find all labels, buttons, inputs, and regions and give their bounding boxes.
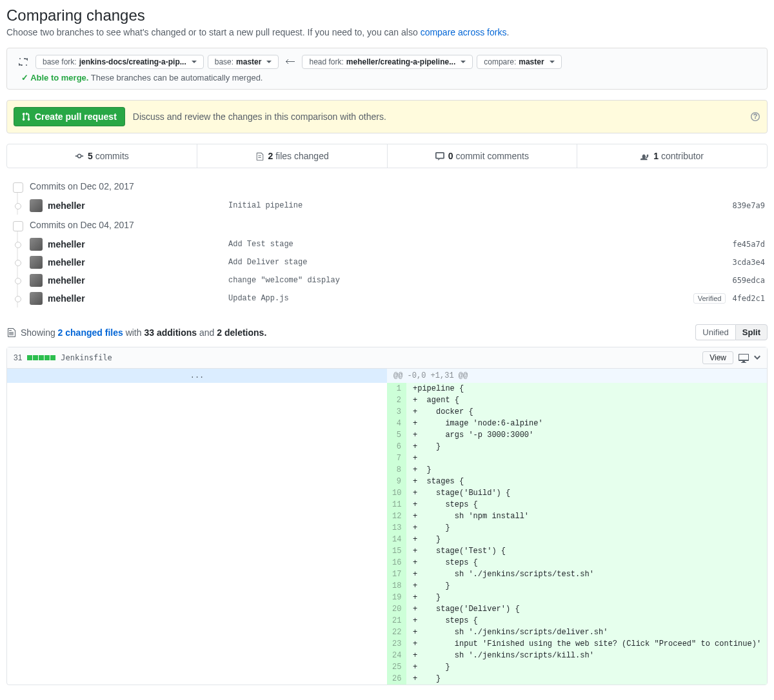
verified-badge: Verified	[693, 293, 726, 304]
commit-message[interactable]: change "welcome" display	[228, 276, 732, 285]
merge-status: Able to merge. These branches can be aut…	[21, 73, 263, 83]
help-icon[interactable]	[750, 111, 760, 121]
flash-description: Discuss and review the changes in this c…	[133, 112, 386, 122]
commit-sha[interactable]: 4fed2c1	[732, 294, 768, 303]
tab-contributors[interactable]: 1 contributor	[577, 144, 767, 168]
avatar[interactable]	[30, 199, 43, 212]
diff-line: 21+ steps {	[7, 615, 767, 627]
range-editor: base fork: jenkins-docs/creating-a-pip..…	[6, 48, 768, 90]
diff-line: 2+ agent {	[7, 394, 767, 406]
diff-line: 13+ }	[7, 522, 767, 534]
diff-view-toggle: Unified Split	[695, 324, 768, 340]
commit-sha[interactable]: 659edca	[732, 276, 768, 285]
diff-line: 26+ }	[7, 673, 767, 685]
tab-comments[interactable]: 0 commit comments	[388, 144, 578, 168]
commit-row[interactable]: mehellerAdd Test stagefe45a7d	[14, 235, 768, 253]
view-file-button[interactable]: View	[702, 351, 733, 364]
diff-line: 16+ steps {	[7, 557, 767, 569]
diff-line: 5+ args '-p 3000:3000'	[7, 429, 767, 441]
commit-author[interactable]: meheller	[48, 275, 228, 286]
base-fork-selector[interactable]: base fork: jenkins-docs/creating-a-pip..…	[35, 55, 204, 69]
head-fork-selector[interactable]: head fork: meheller/creating-a-pipeline.…	[302, 55, 473, 69]
commit-row[interactable]: mehellerInitial pipeline839e7a9	[14, 197, 768, 215]
diff-line: 6+ }	[7, 441, 767, 452]
commit-row[interactable]: mehellerchange "welcome" display659edca	[14, 271, 768, 289]
file-header: 31 Jenkinsfile View	[7, 347, 767, 369]
diff-line: 1+pipeline {	[7, 383, 767, 394]
comparison-tabs: 5 commits 2 files changed 0 commit comme…	[6, 144, 768, 168]
commit-sha[interactable]: 3cda3e4	[732, 258, 768, 267]
commit-message[interactable]: Add Deliver stage	[228, 258, 732, 267]
tab-files[interactable]: 2 files changed	[197, 144, 388, 168]
file-diff-icon	[255, 151, 264, 160]
commit-message[interactable]: Update App.js	[228, 294, 693, 303]
diff-line: 9+ stages {	[7, 476, 767, 487]
compare-forks-link[interactable]: compare across forks	[421, 27, 507, 37]
diff-line: 11+ steps {	[7, 499, 767, 510]
diff-line: 25+ }	[7, 661, 767, 673]
avatar[interactable]	[30, 256, 43, 269]
changed-files-link[interactable]: 2 changed files	[58, 327, 123, 338]
commit-icon	[75, 151, 84, 160]
diff-line: 4+ image 'node:6-alpine'	[7, 418, 767, 429]
diff-line: 7+	[7, 452, 767, 464]
file-diff: 31 Jenkinsfile View ... @@ -0,0 +1,31 @@…	[6, 347, 768, 685]
diff-line: 19+ }	[7, 592, 767, 603]
diff-line: 15+ stage('Test') {	[7, 545, 767, 557]
page-title: Comparing changes	[6, 6, 768, 24]
commit-sha[interactable]: 839e7a9	[732, 201, 768, 210]
avatar[interactable]	[30, 274, 43, 287]
split-view-button[interactable]: Split	[735, 324, 768, 340]
commit-group-title: Commits on Dec 02, 2017	[14, 176, 768, 197]
desktop-icon[interactable]	[739, 353, 749, 363]
create-pr-banner: Create pull request Discuss and review t…	[6, 100, 768, 133]
commit-author[interactable]: meheller	[48, 200, 228, 211]
commit-row[interactable]: mehellerUpdate App.jsVerified4fed2c1	[14, 289, 768, 307]
diff-line: 23+ input 'Finished using the web site? …	[7, 638, 767, 650]
commit-author[interactable]: meheller	[48, 293, 228, 304]
page-subtitle: Choose two branches to see what's change…	[6, 27, 768, 37]
diff-line: 20+ stage('Deliver') {	[7, 603, 767, 615]
avatar[interactable]	[30, 292, 43, 305]
diff-line: 14+ }	[7, 534, 767, 545]
commit-group-title: Commits on Dec 04, 2017	[14, 215, 768, 235]
git-compare-icon	[17, 57, 28, 67]
commit-author[interactable]: meheller	[48, 257, 228, 267]
commit-sha[interactable]: fe45a7d	[732, 240, 768, 249]
diff-line: 24+ sh './jenkins/scripts/kill.sh'	[7, 650, 767, 661]
file-icon	[6, 327, 17, 338]
commit-message[interactable]: Add Test stage	[228, 240, 732, 249]
git-pull-request-icon	[22, 112, 31, 121]
expand-icon[interactable]: ...	[7, 369, 387, 383]
compare-branch-selector[interactable]: compare: master	[477, 55, 561, 69]
unified-view-button[interactable]: Unified	[695, 324, 735, 340]
diff-line: 18+ }	[7, 580, 767, 592]
diff-summary-row: Showing 2 changed files with 33 addition…	[6, 318, 768, 347]
avatar[interactable]	[30, 238, 43, 251]
commit-message[interactable]: Initial pipeline	[228, 201, 732, 210]
diff-line: 12+ sh 'npm install'	[7, 510, 767, 522]
diff-line: 10+ stage('Build') {	[7, 487, 767, 499]
chevron-down-icon[interactable]	[754, 353, 760, 363]
file-name[interactable]: Jenkinsfile	[61, 353, 112, 362]
diff-line: 3+ docker {	[7, 406, 767, 418]
diff-line: 8+ }	[7, 464, 767, 476]
diff-line: 22+ sh './jenkins/scripts/deliver.sh'	[7, 627, 767, 638]
base-branch-selector[interactable]: base: master	[208, 55, 279, 69]
arrow-left-icon: 🡐	[283, 56, 298, 68]
create-pull-request-button[interactable]: Create pull request	[14, 107, 125, 126]
comment-icon	[435, 151, 444, 160]
commit-row[interactable]: mehellerAdd Deliver stage3cda3e4	[14, 253, 768, 271]
commit-author[interactable]: meheller	[48, 239, 228, 249]
tab-commits[interactable]: 5 commits	[7, 144, 197, 168]
diff-table: ... @@ -0,0 +1,31 @@ 1+pipeline { 2+ age…	[7, 369, 767, 685]
diffstat-count: 31	[14, 353, 22, 362]
hunk-header: ... @@ -0,0 +1,31 @@	[7, 369, 767, 383]
people-icon	[640, 151, 650, 160]
diffstat-blocks	[27, 355, 55, 360]
diff-line: 17+ sh './jenkins/scripts/test.sh'	[7, 569, 767, 580]
